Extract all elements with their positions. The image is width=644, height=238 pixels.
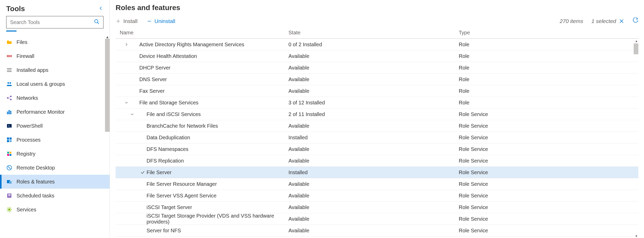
sidebar-item-performance-monitor[interactable]: Performance Monitor bbox=[0, 105, 110, 119]
uninstall-button[interactable]: Uninstall bbox=[147, 18, 175, 24]
clear-selection-button[interactable]: 1 selected bbox=[591, 18, 624, 24]
row-type: Role Service bbox=[459, 146, 638, 152]
table-row[interactable]: DFS ReplicationAvailableRole Service bbox=[116, 155, 638, 167]
sidebar-item-installed-apps[interactable]: Installed apps bbox=[0, 63, 110, 77]
table-row[interactable]: BranchCache for Network FilesAvailableRo… bbox=[116, 120, 638, 132]
tool-icon bbox=[6, 53, 12, 59]
tool-icon: >_ bbox=[6, 123, 12, 129]
row-name: DFS Namespaces bbox=[147, 146, 188, 152]
column-type[interactable]: Type bbox=[459, 30, 638, 36]
sidebar-item-networks[interactable]: Networks bbox=[0, 91, 110, 105]
row-name: Active Directory Rights Management Servi… bbox=[139, 42, 244, 48]
check-icon bbox=[140, 170, 145, 175]
table-row[interactable]: File and Storage Services3 of 12 Install… bbox=[116, 97, 638, 109]
sidebar-item-label: Firewall bbox=[17, 53, 34, 59]
item-count: 270 items bbox=[560, 18, 583, 24]
search-icon[interactable] bbox=[94, 19, 100, 26]
scrollbar-up-icon[interactable]: ▲ bbox=[106, 35, 109, 39]
sidebar-item-label: Remote Desktop bbox=[17, 165, 55, 171]
row-type: Role bbox=[459, 76, 638, 82]
tools-sidebar: Tools FilesFirewallInstalled appsLocal u… bbox=[0, 0, 110, 238]
column-name[interactable]: Name bbox=[116, 30, 288, 36]
sidebar-item-label: Processes bbox=[17, 137, 41, 143]
table-row[interactable]: Fax ServerAvailableRole bbox=[116, 85, 638, 97]
sidebar-item-scheduled-tasks[interactable]: Scheduled tasks bbox=[0, 189, 110, 203]
row-state: 0 of 2 Installed bbox=[288, 42, 459, 48]
svg-point-12 bbox=[10, 96, 12, 97]
sidebar-item-files[interactable]: Files bbox=[0, 35, 110, 49]
row-name: iSCSI Target Server bbox=[147, 204, 192, 210]
svg-point-36 bbox=[8, 209, 10, 211]
row-name: iSCSI Target Storage Provider (VDS and V… bbox=[147, 213, 288, 225]
table-row[interactable]: iSCSI Target Storage Provider (VDS and V… bbox=[116, 213, 638, 225]
table-row[interactable]: DHCP ServerAvailableRole bbox=[116, 62, 638, 74]
sidebar-scrollbar[interactable] bbox=[105, 39, 110, 132]
install-label: Install bbox=[123, 18, 138, 24]
expand-icon[interactable] bbox=[123, 101, 130, 105]
row-type: Role bbox=[459, 53, 638, 59]
svg-rect-5 bbox=[10, 55, 11, 57]
tool-icon bbox=[6, 179, 12, 185]
table-row[interactable]: Server for NFSAvailableRole Service bbox=[116, 225, 638, 236]
table-row[interactable]: File Server VSS Agent ServiceAvailableRo… bbox=[116, 190, 638, 202]
table-row[interactable]: Data DeduplicationInstalledRole Service bbox=[116, 132, 638, 143]
search-box[interactable] bbox=[6, 16, 103, 28]
collapse-sidebar-icon[interactable] bbox=[98, 6, 103, 12]
svg-rect-4 bbox=[9, 55, 10, 57]
tool-icon bbox=[6, 206, 12, 213]
expand-icon[interactable] bbox=[129, 112, 135, 116]
table-body: ▴ ▾ Active Directory Rights Management S… bbox=[116, 39, 638, 238]
table-row[interactable]: Device Health AttestationAvailableRole bbox=[116, 50, 638, 62]
sidebar-title: Tools bbox=[6, 5, 25, 13]
row-state: Installed bbox=[288, 170, 459, 175]
table-row[interactable]: DFS NamespacesAvailableRole Service bbox=[116, 143, 638, 155]
minus-icon bbox=[147, 19, 152, 24]
sidebar-item-registry[interactable]: Registry bbox=[0, 147, 110, 161]
row-type: Role Service bbox=[459, 135, 638, 141]
table-row[interactable]: DNS ServerAvailableRole bbox=[116, 74, 638, 85]
row-state: Available bbox=[288, 88, 459, 94]
table-row[interactable]: File ServerInstalledRole Service bbox=[116, 167, 638, 178]
sidebar-item-remote-desktop[interactable]: Remote Desktop bbox=[0, 161, 110, 175]
tool-icon bbox=[6, 137, 12, 143]
main-scrollbar[interactable] bbox=[634, 43, 638, 54]
search-input[interactable] bbox=[10, 19, 94, 25]
row-type: Role bbox=[459, 100, 638, 106]
row-type: Role Service bbox=[459, 181, 638, 187]
scrollbar-down-icon[interactable]: ▾ bbox=[635, 234, 637, 238]
tool-icon bbox=[6, 39, 12, 45]
sidebar-item-label: Files bbox=[17, 39, 27, 45]
expand-icon[interactable] bbox=[123, 42, 130, 47]
row-name: Data Deduplication bbox=[147, 135, 190, 141]
row-state: Available bbox=[288, 65, 459, 71]
row-state: Available bbox=[288, 146, 459, 152]
row-name: DHCP Server bbox=[139, 65, 171, 71]
column-state[interactable]: State bbox=[288, 30, 459, 36]
sidebar-item-processes[interactable]: Processes bbox=[0, 133, 110, 147]
svg-rect-25 bbox=[7, 152, 9, 153]
svg-text:>_: >_ bbox=[8, 125, 11, 127]
sidebar-item-local-users-groups[interactable]: Local users & groups bbox=[0, 77, 110, 91]
refresh-button[interactable] bbox=[633, 18, 638, 25]
table-row[interactable]: Active Directory Rights Management Servi… bbox=[116, 39, 638, 50]
tool-icon bbox=[6, 193, 12, 199]
row-state: Installed bbox=[288, 135, 459, 141]
sidebar-item-firewall[interactable]: Firewall bbox=[0, 49, 110, 63]
row-type: Role Service bbox=[459, 170, 638, 175]
row-state: 3 of 12 Installed bbox=[288, 100, 459, 106]
table-row[interactable]: iSCSI Target ServerAvailableRole Service bbox=[116, 202, 638, 213]
svg-point-13 bbox=[10, 99, 12, 100]
row-state: Available bbox=[288, 123, 459, 129]
svg-rect-34 bbox=[8, 194, 11, 195]
scrollbar-up-icon[interactable]: ▴ bbox=[635, 39, 637, 43]
uninstall-label: Uninstall bbox=[155, 18, 175, 24]
row-type: Role Service bbox=[459, 193, 638, 199]
sidebar-item-services[interactable]: Services bbox=[0, 203, 110, 217]
sidebar-item-powershell[interactable]: >_PowerShell bbox=[0, 119, 110, 133]
table-row[interactable]: File Server Resource ManagerAvailableRol… bbox=[116, 178, 638, 190]
row-type: Role Service bbox=[459, 228, 638, 234]
table-row[interactable]: File and iSCSI Services2 of 11 Installed… bbox=[116, 109, 638, 120]
sidebar-scroll: FilesFirewallInstalled appsLocal users &… bbox=[0, 30, 110, 238]
install-button[interactable]: Install bbox=[116, 18, 138, 24]
sidebar-item-roles-features[interactable]: Roles & features bbox=[0, 175, 110, 189]
